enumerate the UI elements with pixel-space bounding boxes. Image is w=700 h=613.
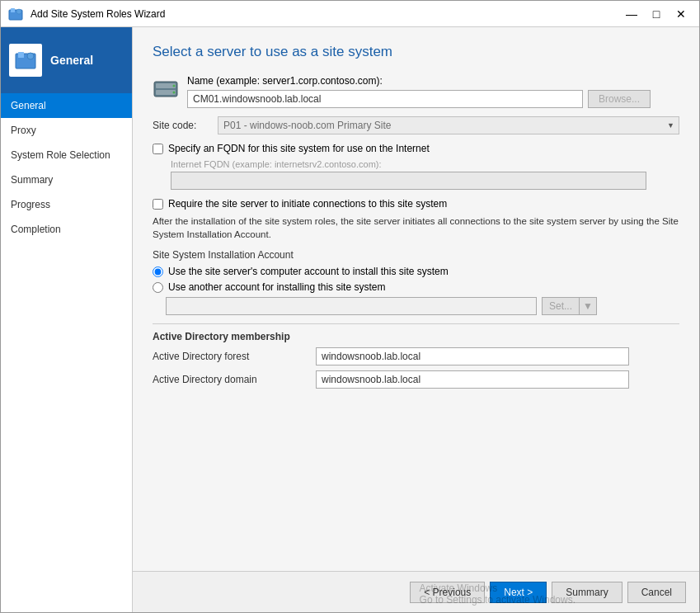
fqdn-checkbox[interactable] [153, 144, 163, 154]
sidebar: General General Proxy System Role Select… [1, 27, 133, 612]
require-checkbox[interactable] [153, 199, 163, 210]
cancel-button[interactable]: Cancel [627, 582, 686, 603]
minimize-button[interactable]: — [620, 5, 643, 23]
svg-rect-7 [156, 83, 176, 88]
install-account-section-heading: Site System Installation Account [153, 249, 679, 261]
site-code-label: Site code: [153, 120, 218, 131]
page-title: Select a server to use as a site system [153, 44, 679, 60]
radio1[interactable] [153, 266, 163, 277]
ad-forest-input[interactable] [316, 347, 629, 365]
sidebar-item-completion[interactable]: Completion [1, 217, 132, 242]
server-name-input[interactable] [187, 90, 583, 108]
wizard-window: Add Site System Roles Wizard — □ ✕ Gener… [0, 0, 700, 613]
bottom-bar: Activate WindowsGo to Settings to activa… [133, 571, 699, 612]
fqdn-checkbox-label[interactable]: Specify an FQDN for this site system for… [168, 143, 430, 154]
svg-rect-4 [18, 52, 24, 58]
info-text: After the installation of the site syste… [153, 215, 679, 241]
internet-fqdn-label: Internet FQDN (example: internetsrv2.con… [171, 159, 679, 169]
main-panel: Select a server to use as a site system [133, 27, 699, 612]
site-code-select[interactable]: P01 - windows-noob.com Primary Site [218, 116, 679, 134]
set-button[interactable]: Set... ▼ [542, 297, 597, 315]
sidebar-item-summary[interactable]: Summary [1, 167, 132, 192]
next-button[interactable]: Next > [490, 582, 547, 603]
browse-button[interactable]: Browse... [588, 90, 651, 108]
account-input-row: Set... ▼ [166, 297, 679, 315]
require-checkbox-label[interactable]: Require the site server to initiate conn… [168, 198, 447, 210]
sidebar-header-text: General [50, 54, 93, 67]
ad-forest-label: Active Directory forest [153, 351, 309, 362]
server-icon [153, 75, 179, 104]
svg-rect-8 [156, 90, 176, 95]
name-input-row: Browse... [187, 90, 679, 108]
fqdn-checkbox-row: Specify an FQDN for this site system for… [153, 143, 679, 154]
ad-domain-input[interactable] [316, 370, 629, 389]
radio2[interactable] [153, 282, 163, 293]
close-button[interactable]: ✕ [669, 5, 693, 23]
content-area: General General Proxy System Role Select… [1, 27, 699, 612]
radio1-row: Use the site server's computer account t… [153, 266, 679, 277]
sidebar-header: General [1, 27, 132, 93]
previous-button[interactable]: < Previous [410, 582, 485, 603]
svg-point-10 [173, 92, 176, 94]
svg-point-2 [16, 9, 21, 14]
sidebar-item-system-role-selection[interactable]: System Role Selection [1, 143, 132, 167]
sidebar-item-general[interactable]: General [1, 93, 132, 118]
ad-domain-row: Active Directory domain [153, 370, 679, 389]
window-title: Add Site System Roles Wizard [31, 8, 620, 20]
set-button-dropdown-arrow: ▼ [580, 300, 596, 312]
name-label: Name (example: server1.corp.contoso.com)… [187, 75, 679, 87]
site-code-row: Site code: P01 - windows-noob.com Primar… [153, 116, 679, 134]
ad-forest-row: Active Directory forest [153, 347, 679, 365]
set-button-label: Set... [543, 298, 580, 314]
svg-point-9 [173, 85, 176, 87]
set-btn-wrapper: Set... ▼ [542, 297, 597, 315]
sidebar-item-progress[interactable]: Progress [1, 192, 132, 217]
maximize-button[interactable]: □ [645, 5, 668, 23]
main-content: Select a server to use as a site system [133, 27, 699, 571]
sidebar-item-proxy[interactable]: Proxy [1, 118, 132, 143]
ad-section-heading: Active Directory membership [153, 323, 679, 342]
window-controls: — □ ✕ [620, 5, 693, 23]
radio2-label[interactable]: Use another account for installing this … [168, 281, 385, 293]
sidebar-header-icon [9, 44, 42, 77]
require-checkbox-row: Require the site server to initiate conn… [153, 198, 679, 210]
summary-button[interactable]: Summary [552, 582, 622, 603]
internet-fqdn-input[interactable] [171, 172, 646, 190]
account-input[interactable] [166, 297, 537, 315]
radio1-label[interactable]: Use the site server's computer account t… [168, 266, 449, 277]
radio2-row: Use another account for installing this … [153, 281, 679, 293]
svg-rect-1 [11, 8, 15, 12]
window-icon [7, 6, 24, 22]
site-code-select-wrapper: P01 - windows-noob.com Primary Site [218, 116, 679, 134]
ad-domain-label: Active Directory domain [153, 374, 309, 385]
svg-point-5 [27, 53, 34, 59]
title-bar: Add Site System Roles Wizard — □ ✕ [1, 1, 699, 27]
